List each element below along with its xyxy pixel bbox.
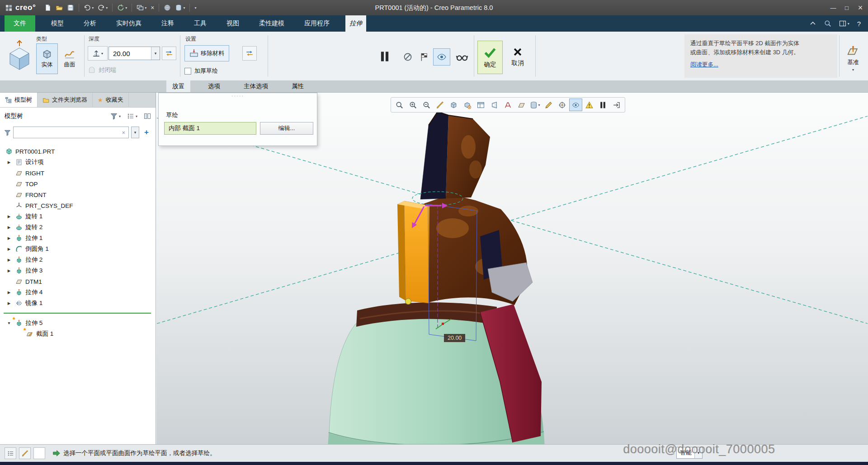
collapse-ribbon-icon[interactable] (809, 20, 816, 27)
collapse-arrow-icon[interactable]: ▼ (5, 321, 13, 325)
cancel-button[interactable]: 取消 (505, 41, 530, 73)
verify-feature-button[interactable] (417, 50, 431, 64)
tab-tools[interactable]: 工具 (190, 15, 211, 32)
zoom-in-button[interactable] (406, 99, 420, 111)
customize-qat-button[interactable]: ▾ (193, 2, 198, 14)
tab-folder-browser[interactable]: 文件夹浏览器 (38, 93, 93, 107)
panel-drag-handle[interactable]: ····· (159, 93, 317, 99)
chevron-down-icon[interactable]: ▾ (106, 6, 108, 10)
annotations-button[interactable] (501, 99, 514, 111)
tree-display-options-button[interactable]: ▾ (127, 113, 137, 120)
add-filter-button[interactable]: + (142, 127, 151, 138)
tree-search-input[interactable]: × (13, 127, 129, 138)
show-datums-button[interactable] (515, 99, 528, 111)
tab-file[interactable]: 文件 (5, 15, 35, 32)
tab-favorites[interactable]: ★ 收藏夹 (93, 93, 129, 107)
perspective-button[interactable] (488, 99, 501, 111)
tab-view[interactable]: 视图 (222, 15, 243, 32)
solid-type-button[interactable]: 实体 (36, 43, 58, 74)
depth-dimension-label[interactable]: 20.00 (444, 334, 465, 342)
expand-arrow-icon[interactable]: ▶ (5, 268, 13, 273)
tree-item[interactable]: ▶ 拉伸 2 (0, 254, 156, 265)
tab-model-tree[interactable]: 模型树 (0, 93, 38, 107)
repaint-status-button[interactable] (19, 447, 31, 459)
expand-arrow-icon[interactable]: ▶ (5, 258, 13, 262)
tab-flexible-modeling[interactable]: 柔性建模 (255, 15, 288, 32)
tree-item[interactable]: ▶ 旋转 1 (0, 211, 156, 222)
tab-applications[interactable]: 应用程序 (300, 15, 334, 32)
graphics-area[interactable]: ▾ ····· 草绘 内部 截面 1 编辑... 20.00 (156, 93, 868, 444)
preview-feature-button[interactable] (433, 48, 450, 66)
warnings-button[interactable] (583, 99, 596, 111)
windows-button[interactable]: ▾ (135, 2, 148, 14)
chevron-down-icon[interactable]: ▾ (125, 6, 127, 10)
tree-item[interactable]: RIGHT (0, 168, 156, 178)
tab-model[interactable]: 模型 (47, 15, 68, 32)
redo-button[interactable]: ▾ (96, 2, 109, 14)
sketch-collector-field[interactable]: 内部 截面 1 (164, 122, 256, 135)
tree-item[interactable]: ▶ 设计项 (0, 157, 156, 168)
open-file-button[interactable] (54, 2, 64, 14)
top-navy-surface[interactable] (420, 112, 448, 199)
exit-tool-button[interactable] (610, 99, 623, 111)
suspend-button[interactable] (596, 99, 609, 111)
datum-button[interactable]: 基准 ▾ (842, 40, 864, 77)
undo-button[interactable]: ▾ (82, 2, 95, 14)
zoom-out-button[interactable] (420, 99, 433, 111)
preview-geometry-button[interactable] (453, 50, 471, 64)
help-button[interactable]: ? (857, 20, 861, 28)
tree-item-child[interactable]: * 截面 1 (0, 329, 156, 339)
depth-type-button[interactable]: ▾ (88, 46, 108, 61)
tab-body-options[interactable]: 主体选项 (238, 80, 274, 92)
expand-arrow-icon[interactable]: ▶ (5, 214, 13, 219)
spin-center-button[interactable] (556, 99, 569, 111)
tab-properties[interactable]: 属性 (286, 80, 310, 92)
read-more-link[interactable]: 阅读更多... (690, 60, 718, 69)
tab-annotate[interactable]: 注释 (157, 15, 178, 32)
render-sphere-button[interactable] (162, 2, 172, 14)
no-preview-button[interactable] (401, 50, 415, 64)
sketch-orientation-button[interactable] (542, 99, 555, 111)
flip-material-side-button[interactable] (242, 46, 257, 61)
depth-value-field[interactable]: 20.00 ▾ (108, 47, 160, 60)
tree-item[interactable]: DTM1 (0, 276, 156, 287)
tree-item[interactable]: FRONT (0, 189, 156, 200)
tab-live-simulation[interactable]: 实时仿真 (112, 15, 146, 32)
tab-extrude-active[interactable]: 拉伸 (345, 15, 366, 32)
maximize-button[interactable]: □ (840, 0, 854, 15)
chevron-down-icon[interactable]: ▾ (183, 6, 185, 10)
thicken-sketch-option[interactable]: 加厚草绘 (184, 67, 218, 75)
close-window-button[interactable]: × (149, 2, 156, 14)
surface-type-button[interactable]: 曲面 (59, 43, 80, 74)
tree-filter-button[interactable]: ▾ (110, 113, 121, 120)
repaint-button[interactable] (434, 99, 447, 111)
depth-dropdown-button[interactable]: ▾ (151, 47, 160, 60)
expand-arrow-icon[interactable]: ▶ (5, 301, 13, 305)
window-layout-button[interactable]: ▾ (839, 20, 849, 27)
search-options-dropdown[interactable]: ▾ (131, 127, 139, 138)
pause-feature-button[interactable] (374, 46, 395, 67)
expand-arrow-icon[interactable]: ▶ (5, 236, 13, 240)
ok-button[interactable]: 确定 (477, 41, 503, 74)
selection-buffer-button[interactable] (5, 447, 16, 459)
flip-depth-direction-button[interactable] (162, 47, 176, 60)
tab-analysis[interactable]: 分析 (80, 15, 100, 32)
tree-item[interactable]: ▶ 旋转 2 (0, 222, 156, 233)
tree-item[interactable]: ▶ 拉伸 3 (0, 265, 156, 276)
chevron-down-icon[interactable]: ▾ (92, 6, 94, 10)
expand-arrow-icon[interactable]: ▶ (5, 290, 13, 295)
expand-arrow-icon[interactable]: ▶ (5, 247, 13, 251)
save-button[interactable] (66, 2, 75, 14)
tab-placement[interactable]: 放置 (166, 80, 190, 92)
refit-button[interactable] (393, 99, 406, 111)
tab-options[interactable]: 选项 (202, 80, 226, 92)
model-display-button[interactable]: ▾ (174, 2, 186, 14)
chevron-down-icon[interactable]: ▾ (852, 68, 854, 72)
regenerate-button[interactable]: ▾ (116, 2, 128, 14)
highlight-geometry-button[interactable] (569, 99, 582, 111)
tree-item[interactable]: PRT_CSYS_DEF (0, 200, 156, 211)
close-button[interactable]: × (854, 0, 867, 15)
extrude-preview-face[interactable] (404, 201, 429, 303)
search-icon[interactable] (824, 20, 831, 27)
tree-item[interactable]: ▶ 倒圆角 1 (0, 244, 156, 254)
